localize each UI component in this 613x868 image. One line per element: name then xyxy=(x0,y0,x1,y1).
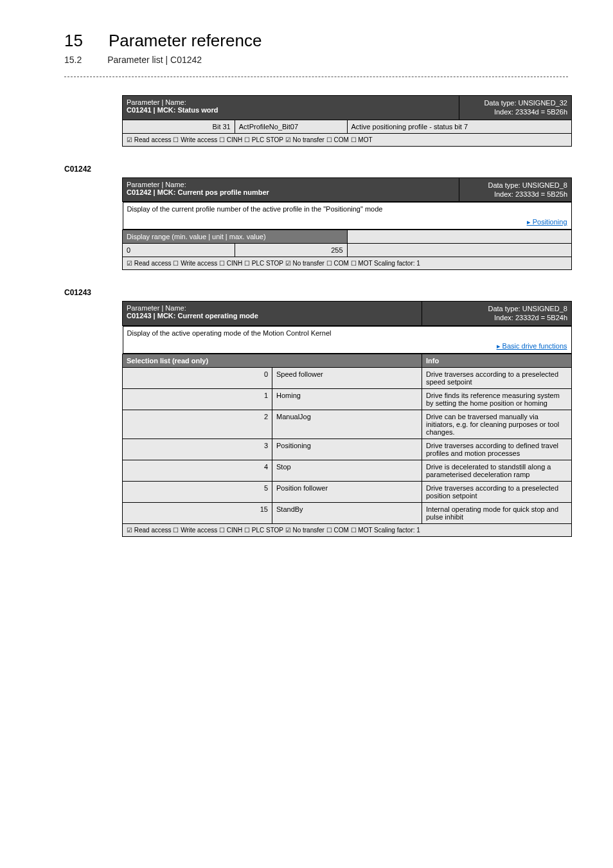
range-max: 255 xyxy=(235,244,347,257)
selection-number: 1 xyxy=(123,388,272,410)
basic-drive-link[interactable]: ▸ Basic drive functions xyxy=(497,342,567,350)
selection-info: Drive is decelerated to standstill along… xyxy=(422,460,572,481)
hdr-name: C01243 | MCK: Current operating mode xyxy=(127,312,258,320)
selection-name: StandBy xyxy=(272,502,422,523)
selection-name: Stop xyxy=(272,460,422,481)
hdr-type: Data type: UNSIGNED_8 xyxy=(488,181,568,189)
table-row: 1HomingDrive finds its reference measuri… xyxy=(123,388,572,410)
hdr-index: Index: 23332d = 5B24h xyxy=(494,314,567,321)
selection-number: 0 xyxy=(123,367,272,388)
access-flags: ☑ Read access ☐ Write access ☐ CINH ☐ PL… xyxy=(123,523,572,536)
param-anchor-c01243: C01243 xyxy=(64,288,568,297)
bit-number: Bit 31 xyxy=(123,120,235,133)
selection-number: 4 xyxy=(123,460,272,481)
selection-number: 15 xyxy=(123,502,272,523)
chapter-number: 15 xyxy=(64,31,83,51)
hdr-type: Data type: UNSIGNED_32 xyxy=(484,99,567,107)
selection-info: Drive traverses according to a preselect… xyxy=(422,481,572,502)
hdr-index: Index: 23333d = 5B25h xyxy=(494,190,567,198)
access-flags: ☑ Read access ☐ Write access ☐ CINH ☐ PL… xyxy=(123,133,572,146)
param-table-c01243: Parameter | Name: C01243 | MCK: Current … xyxy=(122,301,572,537)
positioning-link[interactable]: ▸ Positioning xyxy=(527,218,567,226)
table-row: 4StopDrive is decelerated to standstill … xyxy=(123,460,572,481)
table-row: 5Position followerDrive traverses accord… xyxy=(123,481,572,502)
hdr-label: Parameter | Name: xyxy=(127,181,186,188)
param-description: Display of the active operating mode of … xyxy=(123,326,572,339)
param-anchor-c01242: C01242 xyxy=(64,165,568,174)
table-row: 0Speed followerDrive traverses according… xyxy=(123,367,572,388)
hdr-index: Index: 23334d = 5B26h xyxy=(494,108,567,116)
selection-number: 3 xyxy=(123,439,272,460)
hdr-name: C01241 | MCK: Status word xyxy=(127,106,218,114)
range-label: Display range (min. value | unit | max. … xyxy=(127,233,266,240)
selection-number: 5 xyxy=(123,481,272,502)
range-min: 0 xyxy=(123,244,235,257)
param-table-c01241: Parameter | Name: C01241 | MCK: Status w… xyxy=(122,95,572,147)
hdr-type: Data type: UNSIGNED_8 xyxy=(488,305,568,312)
selection-name: ManualJog xyxy=(272,410,422,439)
table-row: 3PositioningDrive traverses according to… xyxy=(123,439,572,460)
selection-name: Position follower xyxy=(272,481,422,502)
divider xyxy=(64,77,568,77)
selection-name: Homing xyxy=(272,388,422,410)
selection-list-label: Selection list (read only) xyxy=(127,357,208,365)
info-label: Info xyxy=(426,357,439,365)
selection-info: Drive finds its reference measuring syst… xyxy=(422,388,572,410)
bit-name: ActProfileNo_Bit07 xyxy=(235,120,347,133)
selection-name: Speed follower xyxy=(272,367,422,388)
table-row: 2ManualJogDrive can be traversed manuall… xyxy=(123,410,572,439)
chapter-title: Parameter reference xyxy=(109,31,262,51)
hdr-label: Parameter | Name: xyxy=(127,98,186,106)
section-title: Parameter list | C01242 xyxy=(107,55,202,65)
param-table-c01242: Parameter | Name: C01242 | MCK: Current … xyxy=(122,177,572,271)
hdr-label: Parameter | Name: xyxy=(127,304,186,312)
hdr-name: C01242 | MCK: Current pos profile number xyxy=(127,188,269,196)
selection-info: Internal operating mode for quick stop a… xyxy=(422,502,572,523)
selection-info: Drive traverses according to a preselect… xyxy=(422,367,572,388)
param-description: Display of the current profile number of… xyxy=(123,202,572,215)
selection-name: Positioning xyxy=(272,439,422,460)
table-row: 15StandByInternal operating mode for qui… xyxy=(123,502,572,523)
selection-info: Drive traverses according to defined tra… xyxy=(422,439,572,460)
bit-desc: Active positioning profile - status bit … xyxy=(347,120,572,133)
section-number: 15.2 xyxy=(64,55,82,65)
selection-info: Drive can be traversed manually via init… xyxy=(422,410,572,439)
access-flags: ☑ Read access ☐ Write access ☐ CINH ☐ PL… xyxy=(123,257,572,270)
selection-number: 2 xyxy=(123,410,272,439)
